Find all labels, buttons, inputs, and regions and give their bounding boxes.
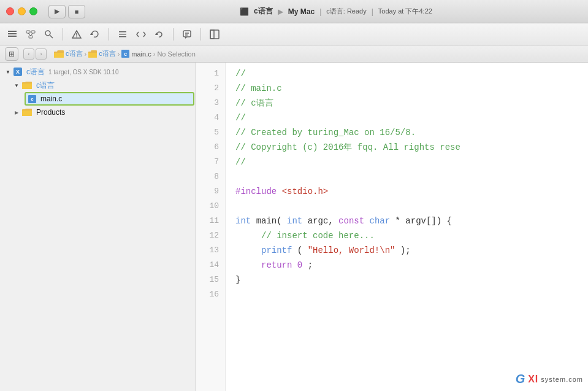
num-0: 0 — [297, 260, 302, 270]
code-content[interactable]: 1 2 3 4 5 6 7 8 9 10 11 12 13 14 15 16 — [196, 63, 588, 391]
toolbar-sep3 — [173, 28, 174, 41]
breadcrumb-nav: ‹ › — [23, 48, 47, 60]
bc-sep1: › — [85, 50, 87, 58]
comment-3: // c语言 — [235, 98, 273, 108]
tree-project[interactable]: ▼ X c语言 1 target, OS X SDK 10.10 — [0, 65, 196, 79]
tree-file[interactable]: c main.c — [25, 92, 194, 106]
undo-icon[interactable] — [152, 27, 167, 42]
code-format-icon[interactable] — [134, 27, 148, 42]
svg-rect-14 — [119, 31, 126, 33]
sidebar: ▼ X c语言 1 target, OS X SDK 10.10 ▼ c语言 c… — [0, 63, 196, 391]
project-icon: X — [13, 68, 22, 76]
title-time: Today at 下午4:22 — [378, 7, 432, 16]
ln-7: 7 — [196, 155, 225, 169]
wm-g: G — [516, 372, 526, 386]
minimize-button[interactable] — [18, 7, 26, 15]
products-label: Products — [36, 108, 65, 117]
code-line-8 — [235, 169, 578, 184]
svg-rect-18 — [183, 31, 191, 37]
svg-line-6 — [28, 33, 31, 36]
str-hello: "Hello, World!\n" — [308, 246, 395, 255]
grid-button[interactable]: ⊞ — [5, 47, 18, 61]
comment-6: // Copyright (c) 2016年 fqq. All rights r… — [235, 142, 460, 152]
folder-label: c语言 — [36, 80, 55, 91]
func-main: main( — [256, 216, 282, 226]
project-label: c语言 — [26, 67, 45, 77]
indent-icon[interactable] — [115, 27, 130, 42]
svg-rect-4 — [31, 31, 35, 33]
tree-folder[interactable]: ▼ c语言 — [0, 79, 196, 92]
folder-triangle: ▼ — [13, 83, 20, 88]
stop-button[interactable]: ■ — [68, 5, 85, 18]
code-line-1: // — [235, 66, 578, 81]
svg-line-9 — [50, 35, 53, 38]
code-line-6: // Copyright (c) 2016年 fqq. All rights r… — [235, 140, 578, 155]
code-editor: 1 2 3 4 5 6 7 8 9 10 11 12 13 14 15 16 — [196, 63, 588, 391]
svg-marker-19 — [185, 37, 188, 39]
svg-point-8 — [45, 31, 50, 36]
file-label: main.c — [40, 95, 62, 103]
line-numbers: 1 2 3 4 5 6 7 8 9 10 11 12 13 14 15 16 — [196, 63, 226, 391]
code-line-9: #include <stdio.h> — [235, 184, 578, 199]
play-button[interactable]: ▶ — [48, 5, 66, 18]
main-layout: ▼ X c语言 1 target, OS X SDK 10.10 ▼ c语言 c… — [0, 63, 588, 391]
search-icon[interactable] — [42, 27, 56, 42]
kw-include: #include — [235, 187, 277, 196]
svg-line-7 — [31, 33, 33, 36]
titlebar-center: ⬛ c语言 ▶ My Mac | c语言: Ready | Today at 下… — [90, 6, 582, 17]
navigator-icon[interactable] — [5, 27, 20, 42]
code-lines[interactable]: // // main.c // c语言 // // Created by tur… — [226, 63, 588, 391]
breadcrumb-project[interactable]: c语言 — [66, 49, 83, 58]
products-triangle: ▶ — [13, 110, 20, 115]
indent-14 — [235, 260, 256, 270]
ln-6: 6 — [196, 140, 225, 155]
code-line-3: // c语言 — [235, 96, 578, 110]
svg-rect-15 — [119, 34, 126, 35]
ln-13: 13 — [196, 243, 225, 258]
ln-4: 4 — [196, 110, 225, 125]
close-button[interactable] — [6, 7, 14, 15]
file-icon: c — [28, 95, 36, 103]
title-sep3: | — [372, 7, 373, 16]
svg-rect-23 — [210, 30, 214, 39]
code-line-10 — [235, 199, 578, 214]
title-scheme-icon: ⬛ — [240, 7, 249, 16]
breadcrumb-file[interactable]: main.c — [131, 50, 151, 58]
title-sep: ▶ — [278, 7, 283, 16]
products-folder-icon — [22, 109, 32, 116]
svg-rect-2 — [8, 36, 17, 37]
back-arrow[interactable]: ‹ — [23, 48, 34, 60]
kw-int2: int — [287, 216, 302, 226]
include-path: <stdio.h> — [282, 187, 329, 196]
ln-1: 1 — [196, 66, 225, 81]
kw-int: int — [235, 216, 251, 226]
bc-sep2: › — [118, 50, 120, 58]
tree-file-wrapper: c main.c — [0, 92, 196, 106]
kw-char: char — [370, 216, 391, 226]
folder-icon — [22, 82, 32, 89]
ln-11: 11 — [196, 214, 225, 228]
tree-products[interactable]: ▶ Products — [0, 106, 196, 119]
toolbar-sep1 — [63, 28, 63, 41]
semi-14: ; — [308, 260, 313, 270]
warning-icon[interactable] — [69, 27, 84, 42]
hierarchy-icon[interactable] — [23, 27, 38, 42]
comment-icon[interactable] — [180, 27, 194, 42]
svg-rect-5 — [29, 36, 32, 38]
titlebar-controls: ▶ ■ — [48, 5, 85, 18]
breadcrumb-file-icon: c — [121, 50, 129, 58]
space-11b: argc, — [308, 216, 338, 226]
wm-url: system.com — [541, 376, 583, 383]
panel-icon[interactable] — [207, 27, 222, 42]
ln-5: 5 — [196, 125, 225, 140]
bc-sep3: › — [153, 50, 156, 58]
close-13: ); — [400, 246, 411, 255]
title-file: c语言 — [254, 6, 273, 17]
forward-arrow[interactable]: › — [36, 48, 47, 60]
breadcrumb-folder[interactable]: c语言 — [99, 49, 116, 58]
wm-xi: XI — [528, 374, 538, 385]
code-line-16 — [235, 287, 578, 302]
revert-icon[interactable] — [88, 27, 102, 42]
toolbar-sep2 — [109, 28, 109, 41]
maximize-button[interactable] — [29, 7, 37, 15]
